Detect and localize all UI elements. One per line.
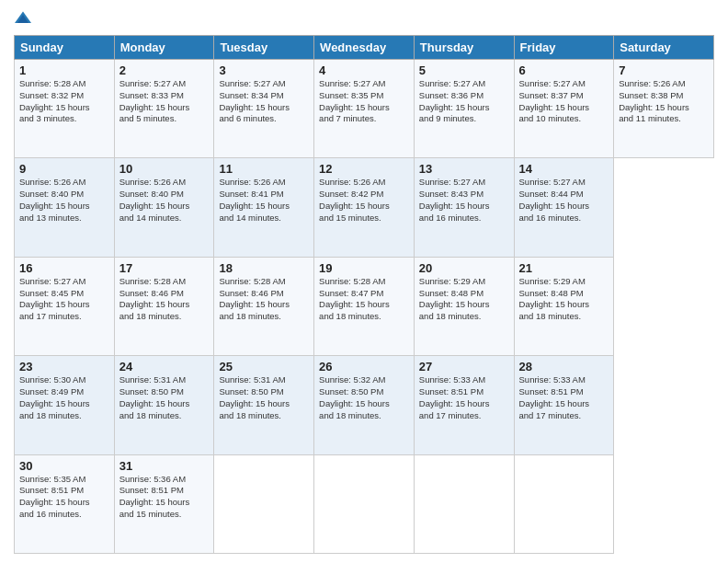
- day-number: 30: [19, 459, 109, 473]
- day-cell: 31Sunrise: 5:36 AMSunset: 8:51 PMDayligh…: [114, 454, 214, 553]
- day-cell: 17Sunrise: 5:28 AMSunset: 8:46 PMDayligh…: [114, 257, 214, 355]
- week-row-2: 16Sunrise: 5:27 AMSunset: 8:45 PMDayligh…: [15, 257, 714, 355]
- day-info: Sunrise: 5:27 AMSunset: 8:37 PMDaylight:…: [519, 78, 609, 125]
- day-info: Sunrise: 5:26 AMSunset: 8:42 PMDaylight:…: [319, 177, 409, 224]
- day-number: 20: [419, 261, 509, 275]
- header: [14, 9, 714, 28]
- day-number: 4: [319, 63, 409, 77]
- day-cell: 9Sunrise: 5:26 AMSunset: 8:40 PMDaylight…: [15, 158, 115, 257]
- day-info: Sunrise: 5:30 AMSunset: 8:49 PMDaylight:…: [19, 374, 109, 421]
- day-cell: 7Sunrise: 5:26 AMSunset: 8:38 PMDaylight…: [614, 60, 714, 158]
- day-number: 10: [119, 162, 210, 176]
- day-info: Sunrise: 5:29 AMSunset: 8:48 PMDaylight:…: [419, 276, 509, 323]
- day-number: 6: [519, 63, 609, 77]
- day-cell: 27Sunrise: 5:33 AMSunset: 8:51 PMDayligh…: [414, 356, 514, 454]
- day-info: Sunrise: 5:27 AMSunset: 8:33 PMDaylight:…: [119, 78, 210, 125]
- calendar-table: SundayMondayTuesdayWednesdayThursdayFrid…: [14, 35, 714, 554]
- day-cell: 5Sunrise: 5:27 AMSunset: 8:36 PMDaylight…: [414, 60, 514, 158]
- day-info: Sunrise: 5:26 AMSunset: 8:38 PMDaylight:…: [619, 78, 709, 125]
- day-cell: 18Sunrise: 5:28 AMSunset: 8:46 PMDayligh…: [214, 257, 314, 355]
- day-number: 31: [119, 459, 210, 473]
- day-cell: 28Sunrise: 5:33 AMSunset: 8:51 PMDayligh…: [514, 356, 614, 454]
- day-info: Sunrise: 5:27 AMSunset: 8:35 PMDaylight:…: [319, 78, 409, 125]
- day-cell: 16Sunrise: 5:27 AMSunset: 8:45 PMDayligh…: [15, 257, 115, 355]
- header-day-sunday: Sunday: [15, 36, 115, 60]
- day-info: Sunrise: 5:32 AMSunset: 8:50 PMDaylight:…: [319, 374, 409, 421]
- day-number: 12: [319, 162, 409, 176]
- day-cell: 23Sunrise: 5:30 AMSunset: 8:49 PMDayligh…: [15, 356, 115, 454]
- day-cell: 14Sunrise: 5:27 AMSunset: 8:44 PMDayligh…: [514, 158, 614, 257]
- day-cell: 6Sunrise: 5:27 AMSunset: 8:37 PMDaylight…: [514, 60, 614, 158]
- day-number: 18: [219, 261, 309, 275]
- day-info: Sunrise: 5:27 AMSunset: 8:36 PMDaylight:…: [419, 78, 509, 125]
- day-number: 25: [219, 360, 309, 373]
- day-info: Sunrise: 5:28 AMSunset: 8:47 PMDaylight:…: [319, 276, 409, 323]
- day-cell: [514, 454, 614, 553]
- day-info: Sunrise: 5:31 AMSunset: 8:50 PMDaylight:…: [219, 374, 309, 421]
- day-cell: 1Sunrise: 5:28 AMSunset: 8:32 PMDaylight…: [15, 60, 115, 158]
- day-number: 2: [119, 63, 210, 77]
- day-cell: [314, 454, 415, 553]
- day-cell: [214, 454, 314, 553]
- logo: [14, 9, 34, 28]
- header-day-monday: Monday: [114, 36, 214, 60]
- day-cell: 26Sunrise: 5:32 AMSunset: 8:50 PMDayligh…: [314, 356, 415, 454]
- day-cell: 25Sunrise: 5:31 AMSunset: 8:50 PMDayligh…: [214, 356, 314, 454]
- header-day-saturday: Saturday: [614, 36, 714, 60]
- day-number: 24: [119, 360, 210, 373]
- day-number: 5: [419, 63, 509, 77]
- day-number: 17: [119, 261, 210, 275]
- day-cell: 13Sunrise: 5:27 AMSunset: 8:43 PMDayligh…: [414, 158, 514, 257]
- week-row-4: 30Sunrise: 5:35 AMSunset: 8:51 PMDayligh…: [15, 454, 714, 553]
- page: SundayMondayTuesdayWednesdayThursdayFrid…: [0, 0, 728, 563]
- day-info: Sunrise: 5:27 AMSunset: 8:34 PMDaylight:…: [219, 78, 309, 125]
- day-number: 9: [19, 162, 109, 176]
- header-day-friday: Friday: [514, 36, 614, 60]
- day-info: Sunrise: 5:27 AMSunset: 8:44 PMDaylight:…: [519, 177, 609, 224]
- day-info: Sunrise: 5:28 AMSunset: 8:46 PMDaylight:…: [219, 276, 309, 323]
- day-cell: 4Sunrise: 5:27 AMSunset: 8:35 PMDaylight…: [314, 60, 415, 158]
- day-cell: 19Sunrise: 5:28 AMSunset: 8:47 PMDayligh…: [314, 257, 415, 355]
- day-number: 16: [19, 261, 109, 275]
- day-cell: [414, 454, 514, 553]
- day-number: 14: [519, 162, 609, 176]
- day-info: Sunrise: 5:26 AMSunset: 8:41 PMDaylight:…: [219, 177, 309, 224]
- week-row-0: 1Sunrise: 5:28 AMSunset: 8:32 PMDaylight…: [15, 60, 714, 158]
- header-row: SundayMondayTuesdayWednesdayThursdayFrid…: [15, 36, 714, 60]
- header-day-thursday: Thursday: [414, 36, 514, 60]
- day-number: 23: [19, 360, 109, 373]
- day-number: 7: [619, 63, 709, 77]
- day-info: Sunrise: 5:33 AMSunset: 8:51 PMDaylight:…: [519, 374, 609, 421]
- week-row-3: 23Sunrise: 5:30 AMSunset: 8:49 PMDayligh…: [15, 356, 714, 454]
- logo-icon: [14, 9, 32, 28]
- day-info: Sunrise: 5:33 AMSunset: 8:51 PMDaylight:…: [419, 374, 509, 421]
- day-cell: 30Sunrise: 5:35 AMSunset: 8:51 PMDayligh…: [15, 454, 115, 553]
- day-cell: 11Sunrise: 5:26 AMSunset: 8:41 PMDayligh…: [214, 158, 314, 257]
- day-number: 26: [319, 360, 409, 373]
- day-cell: 2Sunrise: 5:27 AMSunset: 8:33 PMDaylight…: [114, 60, 214, 158]
- header-day-tuesday: Tuesday: [214, 36, 314, 60]
- day-cell: 3Sunrise: 5:27 AMSunset: 8:34 PMDaylight…: [214, 60, 314, 158]
- day-number: 1: [19, 63, 109, 77]
- day-cell: 21Sunrise: 5:29 AMSunset: 8:48 PMDayligh…: [514, 257, 614, 355]
- day-info: Sunrise: 5:28 AMSunset: 8:46 PMDaylight:…: [119, 276, 210, 323]
- day-info: Sunrise: 5:31 AMSunset: 8:50 PMDaylight:…: [119, 374, 210, 421]
- week-row-1: 9Sunrise: 5:26 AMSunset: 8:40 PMDaylight…: [15, 158, 714, 257]
- header-day-wednesday: Wednesday: [314, 36, 415, 60]
- day-info: Sunrise: 5:27 AMSunset: 8:43 PMDaylight:…: [419, 177, 509, 224]
- day-number: 11: [219, 162, 309, 176]
- day-cell: 20Sunrise: 5:29 AMSunset: 8:48 PMDayligh…: [414, 257, 514, 355]
- day-number: 13: [419, 162, 509, 176]
- day-info: Sunrise: 5:29 AMSunset: 8:48 PMDaylight:…: [519, 276, 609, 323]
- day-info: Sunrise: 5:35 AMSunset: 8:51 PMDaylight:…: [19, 474, 109, 521]
- day-info: Sunrise: 5:26 AMSunset: 8:40 PMDaylight:…: [19, 177, 109, 224]
- day-info: Sunrise: 5:28 AMSunset: 8:32 PMDaylight:…: [19, 78, 109, 125]
- day-info: Sunrise: 5:27 AMSunset: 8:45 PMDaylight:…: [19, 276, 109, 323]
- day-info: Sunrise: 5:26 AMSunset: 8:40 PMDaylight:…: [119, 177, 210, 224]
- day-number: 19: [319, 261, 409, 275]
- day-info: Sunrise: 5:36 AMSunset: 8:51 PMDaylight:…: [119, 474, 210, 521]
- day-number: 21: [519, 261, 609, 275]
- day-number: 3: [219, 63, 309, 77]
- day-number: 27: [419, 360, 509, 373]
- day-cell: 10Sunrise: 5:26 AMSunset: 8:40 PMDayligh…: [114, 158, 214, 257]
